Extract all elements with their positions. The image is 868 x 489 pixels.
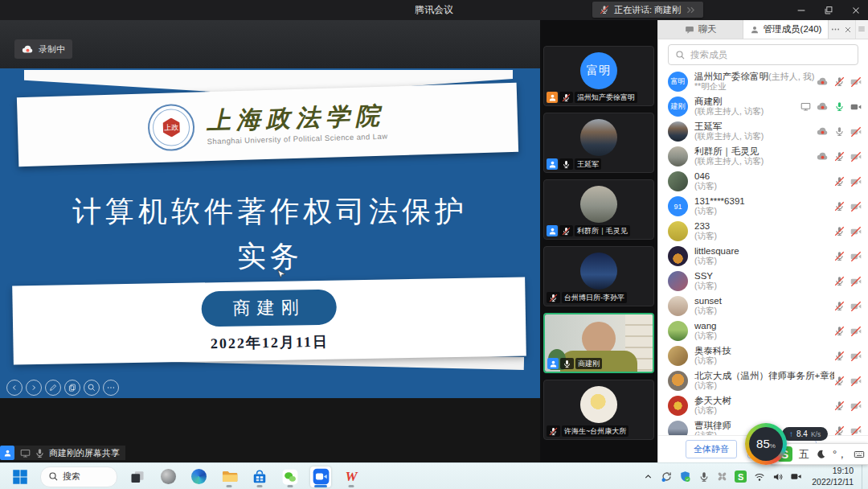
taskbar-app-circle[interactable] (158, 466, 178, 487)
nav-pen-button[interactable] (45, 380, 61, 396)
cam-muted-icon[interactable] (850, 76, 862, 88)
taskbar-app-wechat[interactable] (280, 466, 301, 487)
taskbar-clock[interactable]: 19:10 2022/12/11 (812, 466, 854, 487)
mic-muted-icon[interactable] (834, 376, 845, 386)
member-row[interactable]: 富明温州知产委徐富明(主持人, 我)**明企业 (658, 69, 868, 94)
taskbar-app-taskview[interactable] (127, 466, 148, 487)
sync-icon[interactable] (660, 470, 674, 483)
nav-next-button[interactable] (26, 380, 42, 396)
panel-close-button[interactable] (841, 20, 854, 39)
member-row[interactable]: littlesquare(访客) (658, 244, 868, 269)
member-row[interactable]: 建刚商建刚(联席主持人, 访客) (658, 94, 868, 119)
cam-muted-icon[interactable] (850, 151, 862, 162)
ime-punctuation-toggle[interactable]: °， (833, 447, 847, 462)
mic-muted-icon[interactable] (834, 176, 845, 187)
panel-menu-handle[interactable] (855, 20, 868, 39)
mic-muted-icon[interactable] (834, 226, 845, 236)
nav-zoom-button[interactable] (84, 380, 100, 396)
mic-muted-icon[interactable] (834, 425, 845, 435)
restore-button[interactable] (821, 3, 836, 18)
tab-chat[interactable]: 聊天 (658, 20, 743, 39)
cam-muted-icon[interactable] (850, 401, 862, 412)
cloud-icon[interactable] (817, 101, 829, 113)
member-search-input[interactable]: 搜索成员 (668, 44, 858, 65)
video-thumbnail[interactable]: 商建刚 (543, 313, 654, 373)
show-desktop-button[interactable] (862, 463, 865, 489)
screen-icon[interactable] (800, 101, 811, 112)
performance-gauge-widget[interactable]: 85 % (745, 423, 787, 465)
cam-muted-icon[interactable] (850, 276, 862, 287)
member-row[interactable]: 北京大成（温州）律师事务所+章衡(访客) (658, 368, 868, 393)
nav-pages-button[interactable] (64, 380, 80, 396)
tab-manage-members[interactable]: 管理成员(240) (743, 20, 829, 39)
mic-muted-icon[interactable] (834, 401, 845, 411)
cam-muted-icon[interactable] (850, 351, 862, 362)
cam-tray-icon[interactable] (789, 470, 803, 483)
cam-muted-icon[interactable] (850, 251, 862, 262)
taskbar-app-explorer[interactable] (219, 466, 240, 487)
taskbar-search[interactable]: 搜索 (40, 466, 117, 487)
member-row[interactable]: SSY(访客) (658, 269, 868, 294)
mic-tray-icon[interactable] (697, 470, 710, 483)
cloud-icon[interactable] (817, 150, 829, 162)
member-row[interactable]: 利群所｜毛灵见(联席主持人, 访客) (658, 144, 868, 169)
member-row[interactable]: 王延军(联席主持人, 访客) (658, 119, 868, 144)
cam-muted-icon[interactable] (850, 301, 862, 312)
mic-muted-icon[interactable] (834, 301, 845, 311)
ime-wubi-toggle[interactable]: 五 (799, 447, 809, 462)
video-thumbnail[interactable]: 王延军 (543, 113, 654, 173)
close-button[interactable] (849, 3, 863, 18)
wifi-icon[interactable] (752, 470, 766, 483)
speaker-icon[interactable] (771, 470, 784, 483)
mute-all-button[interactable]: 全体静音 (686, 440, 737, 458)
shield-icon[interactable] (678, 470, 692, 483)
keyboard-icon[interactable] (854, 449, 865, 460)
member-row[interactable]: 91131****6391(访客) (658, 194, 868, 219)
taskbar-app-edge[interactable] (188, 466, 209, 487)
member-list: 富明温州知产委徐富明(主持人, 我)**明企业建刚商建刚(联席主持人, 访客)王… (658, 68, 868, 435)
recording-cloud-icon (22, 43, 34, 55)
member-row[interactable]: 奥泰科技(访客) (658, 343, 868, 368)
mic-muted-icon[interactable] (834, 151, 845, 162)
member-row[interactable]: 046(访客) (658, 169, 868, 194)
video-thumbnail[interactable]: 利群所｜毛灵见 (543, 179, 654, 240)
chev-up-icon[interactable] (641, 470, 655, 483)
member-row[interactable]: 233(访客) (658, 219, 868, 244)
taskbar-app-wps[interactable]: W (341, 466, 362, 487)
cam-muted-icon[interactable] (850, 176, 862, 187)
moon-icon[interactable] (816, 449, 826, 459)
taskbar-app-store[interactable] (249, 466, 270, 487)
member-row[interactable]: wang(访客) (658, 318, 868, 343)
mic-idle-icon[interactable] (834, 126, 845, 137)
video-thumbnail[interactable]: 富明温州知产委徐富明 (543, 46, 654, 106)
cam-muted-icon[interactable] (850, 126, 862, 138)
mic-muted-icon[interactable] (834, 251, 845, 261)
minimize-button[interactable] (794, 3, 809, 18)
cam-on-icon[interactable] (850, 101, 862, 113)
taskbar-app-meeting[interactable] (310, 466, 331, 487)
cloud-icon[interactable] (817, 76, 829, 88)
pinwheel-icon[interactable] (715, 470, 729, 483)
panel-more-button[interactable] (829, 20, 841, 39)
video-thumbnail[interactable]: 许海生~台州康大所 (543, 380, 654, 440)
mic-muted-icon[interactable] (834, 326, 845, 336)
cam-muted-icon[interactable] (850, 226, 862, 237)
nav-prev-button[interactable] (6, 380, 23, 396)
nav-more-button[interactable] (103, 380, 119, 396)
start-button[interactable] (10, 466, 31, 487)
cam-muted-icon[interactable] (850, 326, 862, 337)
cloud-icon[interactable] (817, 125, 829, 138)
mic-muted-icon[interactable] (834, 276, 845, 286)
mic-muted-icon[interactable] (834, 351, 845, 361)
video-thumbnail[interactable]: 台州博日所-李孙平 (543, 246, 654, 306)
network-speed-badge: ↑ 8.4 K/s (782, 427, 828, 441)
cam-muted-icon[interactable] (850, 425, 862, 436)
cam-muted-icon[interactable] (850, 201, 862, 212)
member-row[interactable]: sunset(访客) (658, 294, 868, 318)
cam-muted-icon[interactable] (850, 376, 862, 387)
sogou-icon[interactable]: S (734, 470, 747, 483)
mic-muted-icon[interactable] (834, 201, 845, 212)
mic-on-icon[interactable] (834, 101, 845, 112)
mic-muted-icon[interactable] (834, 76, 845, 87)
member-row[interactable]: 参天大树(访客) (658, 393, 868, 418)
